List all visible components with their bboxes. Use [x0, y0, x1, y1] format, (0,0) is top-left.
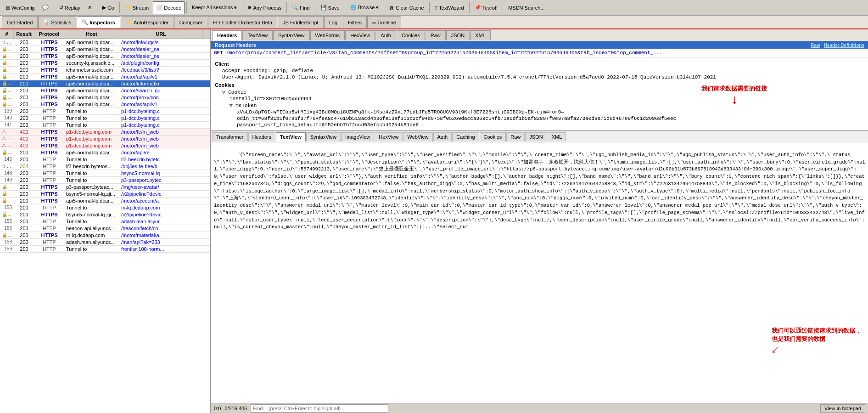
table-row[interactable]: 141 200 HTTP Tunnel to p1-dcd.byteimg.c — [0, 122, 210, 129]
any-process-button[interactable]: ⊕ Any Process — [244, 1, 285, 14]
tab-webforms[interactable]: WebForms — [310, 30, 345, 40]
resp-tab-imageview[interactable]: ImageView — [341, 132, 374, 141]
winconfig-button[interactable]: 🖥 WinConfig — [2, 1, 38, 14]
resp-tab-headers[interactable]: Headers — [248, 132, 276, 141]
find-input[interactable] — [251, 404, 388, 413]
resp-tab-xml[interactable]: XML — [548, 132, 566, 141]
table-row[interactable]: 158 200 HTTP adash.man.aliyuncs... /man/… — [0, 239, 210, 246]
msdn-search-button[interactable]: MSDN Search... — [505, 1, 548, 14]
table-row[interactable]: 159 200 HTTP Tunnel to frontier 100-norm… — [0, 246, 210, 253]
fiddler-orchestra-icon: FO — [213, 20, 220, 25]
resp-tab-transformer[interactable]: Transformer — [212, 132, 248, 141]
table-row[interactable]: 🔒 131 200 HTTPS api5-normal-lq.dcar... /… — [0, 53, 210, 60]
table-row[interactable]: 🔒 151 200 HTTPS bsync5-normal-lq.zji... … — [0, 191, 210, 198]
chat-button[interactable]: 💬 — [39, 1, 52, 14]
tab-log[interactable]: Log — [324, 16, 342, 28]
resp-tab-textview[interactable]: TextView — [276, 132, 306, 141]
table-row[interactable]: 🔒 138 200 HTTPS api5-normal-lq.dcar... /… — [0, 101, 210, 108]
table-row[interactable]: 155 200 HTTP Tunnel to adash.man.aliyur — [0, 218, 210, 225]
table-row[interactable]: ◇ 147 304 HTTP lf3-beecdn.bytetos... /ob… — [0, 163, 210, 170]
stream-button[interactable]: ⚡ Stream — [122, 1, 152, 14]
tab-getstarted[interactable]: Get Started — [2, 16, 38, 28]
table-row[interactable]: ◇ 129 200 HTTPS api5-normal-lq.dcar... /… — [0, 39, 210, 46]
tab-fiddlerscript[interactable]: JS FiddlerScript — [278, 16, 324, 28]
table-row[interactable]: 139 200 HTTP Tunnel to p1-dcd.byteimg.c — [0, 108, 210, 115]
cookie-mstoken-tree: ▽ msToken — [215, 102, 864, 109]
toolbar-sep-3 — [119, 2, 120, 13]
col-header-host: Host — [64, 30, 119, 38]
table-row[interactable]: 🔒 137 200 HTTPS api5-normal-lq.dcar... /… — [0, 94, 210, 101]
tab-filters[interactable]: Filters — [343, 16, 367, 28]
tab-json[interactable]: JSON — [446, 30, 470, 40]
clear-cache-button[interactable]: 🗑 Clear Cache — [386, 1, 427, 14]
tab-autoresponder[interactable]: ⚡ AutoResponder — [121, 16, 174, 28]
tab-headers[interactable]: Headers — [212, 30, 242, 40]
tab-fiddlerorchestrabeta[interactable]: FO Fiddler Orchestra Beta — [208, 16, 277, 28]
table-row[interactable]: 🔒 132 200 HTTPS security-lq.snssdk.c... … — [0, 60, 210, 67]
table-row[interactable]: ⚠ 144 400 HTTPS p1-dcd.byteimg.com /moto… — [0, 142, 210, 149]
table-row[interactable]: ⚠ 142 400 HTTPS p1-dcd.byteimg.com /moto… — [0, 129, 210, 136]
tab-syntaxview[interactable]: SyntaxView — [273, 30, 309, 40]
resp-tab-raw[interactable]: Raw — [506, 132, 525, 141]
tab-textview[interactable]: TextView — [242, 30, 273, 40]
table-row[interactable]: 🔒 152 200 HTTPS api5-normal-lq.dcar... /… — [0, 198, 210, 204]
table-row[interactable]: 🔒 133 200 HTTPS ichannel.snssdk.com /fee… — [0, 67, 210, 74]
resp-tab-webview[interactable]: WebView — [403, 132, 432, 141]
table-row[interactable]: 148 200 HTTP Tunnel to bsync5-normal-lq — [0, 170, 210, 177]
resp-tab-cookies[interactable]: Cookies — [480, 132, 506, 141]
cookies-section-title: Cookies — [215, 82, 864, 88]
table-row[interactable]: 🔒 136 200 HTTPS api5-normal-lq.dcar... /… — [0, 87, 210, 94]
save-button[interactable]: 💾 Save — [317, 1, 343, 14]
resp-tab-caching[interactable]: Caching — [452, 132, 479, 141]
tab-raw[interactable]: Raw — [426, 30, 446, 40]
tree-toggle[interactable]: ▽ — [222, 90, 225, 95]
x-button[interactable]: ✕ — [84, 1, 95, 14]
inspectors-icon: 🔍 — [82, 19, 88, 25]
toolbar-sep-6 — [286, 2, 287, 13]
tearoff-icon: 📌 — [475, 5, 481, 11]
table-row[interactable]: 146 200 HTTP Tunnel to lf3-beecdn.bytetc — [0, 156, 210, 163]
tab-composer[interactable]: Composer — [174, 16, 207, 28]
header-definitions-link[interactable]: Header Definitions — [824, 43, 864, 48]
tearoff-button[interactable]: 📌 Tearoff — [471, 1, 501, 14]
browse-button[interactable]: 🌐 Browse ▾ — [347, 1, 382, 14]
resp-tab-json[interactable]: JSON — [525, 132, 547, 141]
chat-icon: 💬 — [42, 5, 49, 11]
col-header-url: URL — [119, 30, 203, 38]
winconfig-icon: 🖥 — [5, 5, 10, 11]
cookie-install-id: install_id=2307210525559904 — [215, 96, 864, 102]
replay-button[interactable]: ↺ Replay — [56, 1, 84, 14]
resp-tab-auth[interactable]: Auth — [433, 132, 452, 141]
table-row[interactable]: 🔒 134 200 HTTPS api5-normal-lq.dcar... /… — [0, 74, 210, 80]
tab-timeline[interactable]: ═ Timeline — [367, 16, 401, 28]
table-row[interactable]: 156 200 HTTP beacon-api.aliyuncs... /bea… — [0, 225, 210, 232]
table-row[interactable]: 🔒 130 200 HTTPS api5-normal-lq.dcar... /… — [0, 46, 210, 53]
tab-auth[interactable]: Auth — [375, 30, 396, 40]
table-row[interactable]: 🔒 150 200 HTTPS p3-passport.byteac... /i… — [0, 184, 210, 191]
tab-statistics[interactable]: 📊 Statistics — [38, 16, 76, 28]
tab-xml[interactable]: XML — [470, 30, 491, 40]
table-row[interactable]: 140 200 HTTP Tunnel to p1-dcd.byteimg.c — [0, 115, 210, 122]
table-row[interactable]: 🔒 154 200 HTTPS bsync5-normal-lq.zji... … — [0, 211, 210, 218]
tab-cookies[interactable]: Cookies — [397, 30, 425, 40]
table-row[interactable]: ⚠ 143 400 HTTPS p1-dcd.byteimg.com /moto… — [0, 136, 210, 142]
raw-link[interactable]: Raw — [811, 43, 820, 48]
table-row[interactable]: 🔒 157 200 HTTPS m-lq.dcdapp.com /motor/m… — [0, 232, 210, 239]
decode-button[interactable]: ⬜ Decode — [153, 1, 185, 14]
resp-tab-hexview[interactable]: HexView — [375, 132, 403, 141]
col-header-protocol: Protocol — [34, 30, 64, 38]
go-button[interactable]: ▶ Go — [99, 1, 118, 14]
tab-hexview[interactable]: HexView — [345, 30, 375, 40]
table-row[interactable]: 🔒 145 200 HTTPS api5-normal-lq.dcar... /… — [0, 149, 210, 156]
table-row[interactable]: 🔒 135 200 HTTPS api5-normal-lq.dcar... /… — [0, 80, 210, 87]
table-row[interactable]: 153 200 HTTP Tunnel to m-lq.dcdapp.com — [0, 204, 210, 211]
resp-tab-syntaxview[interactable]: SyntaxView — [306, 132, 341, 141]
tree-toggle-mstoken[interactable]: ▽ — [230, 103, 233, 108]
find-button[interactable]: 🔍 Find — [289, 1, 313, 14]
toolbar-sep-11 — [469, 2, 470, 13]
textwizard-button[interactable]: T TextWizard — [431, 1, 467, 14]
table-row[interactable]: 149 200 HTTP Tunnel to p3-passport.bytec — [0, 177, 210, 184]
keep-button[interactable]: Keep: All sessions ▾ — [189, 1, 240, 14]
tab-inspectors[interactable]: 🔍 Inspectors — [77, 16, 120, 28]
view-in-notepad-button[interactable]: View in Notepad — [820, 404, 865, 413]
